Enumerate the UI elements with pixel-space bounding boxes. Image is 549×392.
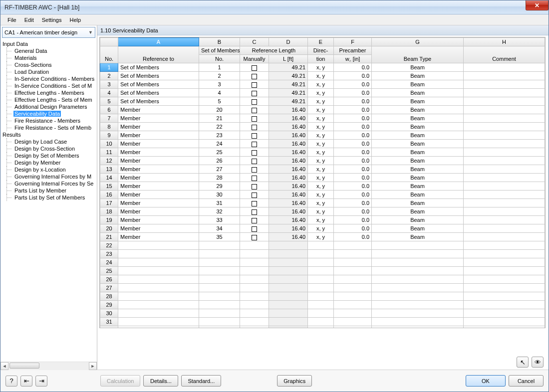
table-row[interactable]: 7Member2116.40x, y0.0Beam [100, 114, 545, 123]
cell-b[interactable]: 31 [199, 199, 240, 207]
tree-item[interactable]: Effective Lengths - Sets of Mem [2, 96, 97, 103]
cell-b[interactable] [199, 275, 240, 284]
cell-e[interactable]: x, y [308, 89, 334, 97]
cell-f[interactable]: 0.0 [334, 63, 372, 72]
cell-e[interactable]: x, y [308, 216, 334, 224]
cell-e[interactable] [308, 292, 334, 301]
cell-h[interactable] [464, 165, 545, 174]
cell-d[interactable]: 16.40 [269, 157, 308, 165]
table-row[interactable]: 23 [100, 250, 545, 258]
cell-b[interactable]: 29 [199, 182, 240, 191]
cell-a[interactable]: Member [118, 106, 199, 114]
col-letter-f[interactable]: F [334, 38, 372, 46]
row-number[interactable]: 17 [100, 199, 118, 207]
cell-g[interactable] [372, 258, 464, 267]
checkbox-icon[interactable] [252, 82, 257, 88]
row-number[interactable]: 1 [100, 63, 118, 72]
cell-d[interactable]: 16.40 [269, 207, 308, 216]
pick-member-button[interactable]: ↖ [517, 357, 529, 368]
cell-h[interactable] [464, 72, 545, 80]
row-number[interactable]: 4 [100, 89, 118, 97]
cell-e[interactable] [308, 309, 334, 318]
cell-g[interactable] [372, 241, 464, 250]
tree-item[interactable]: Materials [2, 54, 97, 61]
view-button[interactable]: 👁 [532, 357, 544, 368]
col-letter-a[interactable]: A [118, 38, 199, 46]
cell-g[interactable]: Beam [372, 106, 464, 114]
cell-f[interactable] [334, 326, 372, 329]
row-number[interactable]: 26 [100, 275, 118, 284]
row-number[interactable]: 30 [100, 309, 118, 318]
cell-f[interactable]: 0.0 [334, 224, 372, 233]
cell-b[interactable] [199, 292, 240, 301]
cell-d[interactable]: 16.40 [269, 182, 308, 191]
cell-h[interactable] [464, 182, 545, 191]
tree-item[interactable]: Parts List by Set of Members [2, 194, 97, 201]
cell-d[interactable] [269, 284, 308, 292]
tree-item[interactable]: Governing Internal Forces by Se [2, 180, 97, 187]
cell-e[interactable]: x, y [308, 97, 334, 106]
cell-h[interactable] [464, 80, 545, 89]
cell-a[interactable]: Set of Members [118, 72, 199, 80]
cell-a[interactable] [118, 326, 199, 329]
checkbox-icon[interactable] [252, 142, 257, 147]
cell-g[interactable] [372, 267, 464, 275]
tree-item[interactable]: Design by Cross-Section [2, 145, 97, 152]
cell-b[interactable] [199, 301, 240, 309]
cell-c[interactable] [240, 216, 269, 224]
table-row[interactable]: 22 [100, 241, 545, 250]
table-row[interactable]: 2Set of Members249.21x, y0.0Beam [100, 72, 545, 80]
cell-c[interactable] [240, 224, 269, 233]
cell-c[interactable] [240, 258, 269, 267]
col-letter-b[interactable]: B [199, 38, 240, 46]
table-row[interactable]: 10Member2416.40x, y0.0Beam [100, 140, 545, 148]
cell-b[interactable]: 23 [199, 131, 240, 140]
cell-d[interactable]: 49.21 [269, 63, 308, 72]
cell-d[interactable] [269, 301, 308, 309]
cell-e[interactable] [308, 301, 334, 309]
cell-h[interactable] [464, 207, 545, 216]
cell-g[interactable]: Beam [372, 97, 464, 106]
cell-d[interactable]: 49.21 [269, 89, 308, 97]
row-number[interactable]: 19 [100, 216, 118, 224]
cell-g[interactable] [372, 250, 464, 258]
cell-a[interactable]: Set of Members [118, 97, 199, 106]
cell-b[interactable]: 24 [199, 140, 240, 148]
checkbox-icon[interactable] [252, 235, 257, 240]
cell-f[interactable] [334, 241, 372, 250]
cell-g[interactable]: Beam [372, 114, 464, 123]
cell-b[interactable]: 33 [199, 216, 240, 224]
cell-d[interactable] [269, 241, 308, 250]
checkbox-icon[interactable] [252, 65, 257, 71]
cell-a[interactable]: Member [118, 224, 199, 233]
cell-b[interactable]: 5 [199, 97, 240, 106]
table-row[interactable]: 13Member2716.40x, y0.0Beam [100, 165, 545, 174]
cell-g[interactable]: Beam [372, 199, 464, 207]
row-number[interactable]: 12 [100, 157, 118, 165]
checkbox-icon[interactable] [252, 193, 257, 198]
table-row[interactable]: 25 [100, 267, 545, 275]
cell-h[interactable] [464, 241, 545, 250]
table-row[interactable]: 21Member3516.40x, y0.0Beam [100, 233, 545, 241]
cell-d[interactable]: 16.40 [269, 224, 308, 233]
cell-c[interactable] [240, 97, 269, 106]
cell-f[interactable]: 0.0 [334, 207, 372, 216]
row-number[interactable]: 16 [100, 191, 118, 199]
header-no[interactable]: No. [100, 46, 118, 63]
table-row[interactable]: 14Member2816.40x, y0.0Beam [100, 174, 545, 182]
cell-b[interactable]: 28 [199, 174, 240, 182]
cell-f[interactable] [334, 267, 372, 275]
cell-h[interactable] [464, 258, 545, 267]
header-a[interactable]: Reference to [118, 46, 199, 63]
cell-c[interactable] [240, 63, 269, 72]
checkbox-icon[interactable] [252, 159, 257, 164]
cell-g[interactable]: Beam [372, 207, 464, 216]
header-h[interactable]: Comment [464, 46, 545, 63]
tree-item[interactable]: Serviceability Data [2, 110, 97, 117]
scroll-thumb[interactable] [9, 363, 39, 369]
cell-a[interactable]: Member [118, 199, 199, 207]
cell-f[interactable] [334, 284, 372, 292]
cell-a[interactable]: Member [118, 165, 199, 174]
cell-a[interactable]: Member [118, 131, 199, 140]
cell-g[interactable] [372, 301, 464, 309]
